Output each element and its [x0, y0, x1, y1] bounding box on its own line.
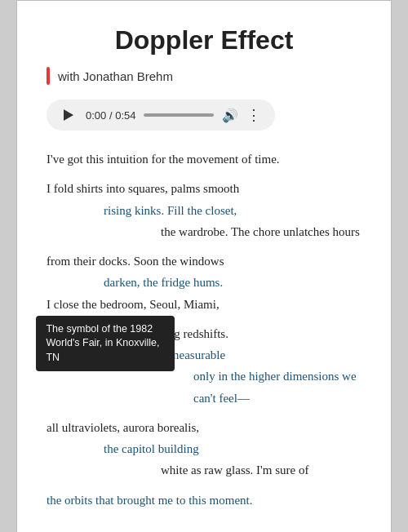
- byline-text: with Jonathan Brehm: [58, 69, 173, 83]
- poem-line-2: I fold shirts into squares, palms smooth: [47, 178, 361, 199]
- poem-line-14: the orbits that brought me to this momen…: [47, 490, 361, 511]
- audio-player[interactable]: 0:00 / 0:54 🔊 ⋮: [47, 100, 275, 131]
- partial-text: I close t: [47, 298, 85, 311]
- poem-line-7: I close the bedroom, Seoul, Miami, The s…: [47, 294, 361, 315]
- play-button[interactable]: [60, 106, 78, 124]
- play-icon: [64, 109, 73, 121]
- progress-bar[interactable]: [144, 113, 214, 117]
- poem-line-1: I've got this intuition for the movement…: [47, 149, 361, 170]
- tooltip-trigger: he bedroom, Seoul, Miami,: [85, 298, 219, 311]
- tooltip-container: he bedroom, Seoul, Miami, The symbol of …: [85, 298, 219, 311]
- poem-line-10: only in the higher dimensions we can't f…: [47, 366, 361, 409]
- page-title: Doppler Effect: [47, 25, 361, 55]
- poem-line-4: the wardrobe. The chore unlatches hours: [47, 221, 361, 242]
- poem-spacer-1: [47, 170, 361, 178]
- volume-icon[interactable]: 🔊: [222, 108, 238, 123]
- tooltip-box: The symbol of the 1982 World's Fair, in …: [36, 316, 175, 372]
- poem-spacer-5: [47, 481, 361, 490]
- poem-spacer-2: [47, 242, 361, 250]
- poem-line-6: darken, the fridge hums.: [47, 272, 361, 293]
- poem-line-11: all ultraviolets, aurora borealis,: [47, 417, 361, 438]
- page-container: Doppler Effect with Jonathan Brehm 0:00 …: [16, 0, 392, 532]
- byline-row: with Jonathan Brehm: [47, 67, 361, 85]
- poem-line-12: the capitol building: [47, 438, 361, 459]
- poem-spacer-4: [47, 409, 361, 417]
- poem-content: I've got this intuition for the movement…: [47, 149, 361, 511]
- poem-line-3: rising kinks. Fill the closet,: [47, 200, 361, 221]
- more-options-icon[interactable]: ⋮: [246, 106, 262, 124]
- red-bar-decoration: [47, 67, 50, 85]
- poem-line-13: white as raw glass. I'm sure of: [47, 459, 361, 481]
- time-display: 0:00 / 0:54: [86, 109, 135, 122]
- poem-line-5: from their docks. Soon the windows: [47, 250, 361, 272]
